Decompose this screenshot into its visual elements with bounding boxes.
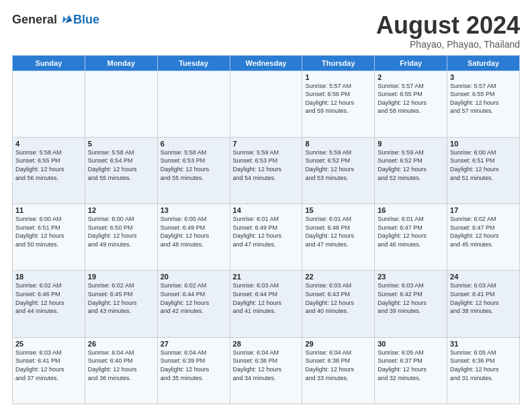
- day-number: 22: [305, 273, 371, 281]
- day-info: Sunrise: 5:59 AM Sunset: 6:52 PM Dayligh…: [378, 148, 444, 182]
- calendar-cell: 13Sunrise: 6:00 AM Sunset: 6:49 PM Dayli…: [157, 204, 230, 271]
- day-info: Sunrise: 6:00 AM Sunset: 6:51 PM Dayligh…: [450, 148, 517, 182]
- calendar-cell: 1Sunrise: 5:57 AM Sunset: 6:56 PM Daylig…: [302, 71, 375, 137]
- day-info: Sunrise: 6:04 AM Sunset: 6:38 PM Dayligh…: [233, 349, 300, 382]
- logo: General Blue: [12, 12, 99, 27]
- day-info: Sunrise: 6:01 AM Sunset: 6:48 PM Dayligh…: [305, 215, 371, 248]
- calendar-cell: [230, 71, 302, 137]
- day-number: 29: [305, 340, 371, 348]
- day-info: Sunrise: 5:58 AM Sunset: 6:53 PM Dayligh…: [161, 148, 227, 182]
- day-number: 5: [88, 140, 154, 148]
- calendar-cell: 19Sunrise: 6:02 AM Sunset: 6:45 PM Dayli…: [85, 271, 157, 337]
- calendar-week-row: 1Sunrise: 5:57 AM Sunset: 6:56 PM Daylig…: [13, 71, 520, 137]
- day-info: Sunrise: 5:57 AM Sunset: 6:55 PM Dayligh…: [450, 82, 517, 116]
- calendar-cell: 24Sunrise: 6:03 AM Sunset: 6:41 PM Dayli…: [447, 271, 520, 337]
- calendar-cell: 17Sunrise: 6:02 AM Sunset: 6:47 PM Dayli…: [447, 204, 520, 271]
- day-number: 27: [161, 340, 227, 348]
- day-header-sunday: Sunday: [13, 55, 85, 71]
- calendar-cell: 4Sunrise: 5:58 AM Sunset: 6:55 PM Daylig…: [13, 137, 85, 203]
- day-info: Sunrise: 6:03 AM Sunset: 6:43 PM Dayligh…: [305, 281, 371, 315]
- calendar-cell: [157, 71, 230, 137]
- logo-blue: Blue: [73, 13, 99, 27]
- calendar-cell: 29Sunrise: 6:04 AM Sunset: 6:38 PM Dayli…: [302, 337, 375, 404]
- day-info: Sunrise: 6:00 AM Sunset: 6:49 PM Dayligh…: [161, 215, 227, 248]
- calendar-cell: 3Sunrise: 5:57 AM Sunset: 6:55 PM Daylig…: [447, 71, 520, 137]
- day-info: Sunrise: 6:04 AM Sunset: 6:39 PM Dayligh…: [161, 349, 227, 382]
- day-info: Sunrise: 6:02 AM Sunset: 6:44 PM Dayligh…: [161, 281, 227, 315]
- calendar-cell: 9Sunrise: 5:59 AM Sunset: 6:52 PM Daylig…: [375, 137, 447, 203]
- calendar-cell: 11Sunrise: 6:00 AM Sunset: 6:51 PM Dayli…: [13, 204, 85, 271]
- calendar-cell: 28Sunrise: 6:04 AM Sunset: 6:38 PM Dayli…: [230, 337, 302, 404]
- day-number: 25: [15, 340, 82, 348]
- day-info: Sunrise: 6:03 AM Sunset: 6:41 PM Dayligh…: [15, 349, 82, 382]
- calendar-cell: 20Sunrise: 6:02 AM Sunset: 6:44 PM Dayli…: [157, 271, 230, 337]
- day-info: Sunrise: 6:02 AM Sunset: 6:47 PM Dayligh…: [450, 215, 517, 248]
- page: General Blue August 2024 Phayao, Phayao,…: [0, 0, 532, 411]
- day-header-wednesday: Wednesday: [230, 55, 302, 71]
- calendar-cell: 21Sunrise: 6:03 AM Sunset: 6:44 PM Dayli…: [230, 271, 302, 337]
- calendar-week-row: 25Sunrise: 6:03 AM Sunset: 6:41 PM Dayli…: [13, 337, 520, 404]
- calendar-week-row: 4Sunrise: 5:58 AM Sunset: 6:55 PM Daylig…: [13, 137, 520, 203]
- day-info: Sunrise: 6:05 AM Sunset: 6:37 PM Dayligh…: [378, 349, 444, 382]
- day-number: 17: [450, 206, 517, 214]
- day-number: 20: [161, 273, 227, 281]
- title-month: August 2024: [376, 12, 520, 39]
- day-info: Sunrise: 6:04 AM Sunset: 6:40 PM Dayligh…: [88, 349, 154, 382]
- title-block: August 2024 Phayao, Phayao, Thailand: [376, 12, 520, 50]
- logo-general: General: [12, 13, 57, 27]
- calendar-week-row: 11Sunrise: 6:00 AM Sunset: 6:51 PM Dayli…: [13, 204, 520, 271]
- logo-text: General Blue: [12, 12, 99, 27]
- day-number: 3: [450, 73, 517, 81]
- day-info: Sunrise: 6:03 AM Sunset: 6:41 PM Dayligh…: [450, 281, 517, 315]
- day-info: Sunrise: 6:04 AM Sunset: 6:38 PM Dayligh…: [305, 349, 371, 382]
- day-number: 11: [15, 206, 82, 214]
- day-number: 9: [378, 140, 444, 148]
- calendar-cell: 31Sunrise: 6:05 AM Sunset: 6:36 PM Dayli…: [447, 337, 520, 404]
- header: General Blue August 2024 Phayao, Phayao,…: [12, 12, 520, 50]
- day-info: Sunrise: 6:03 AM Sunset: 6:42 PM Dayligh…: [378, 281, 444, 315]
- day-info: Sunrise: 6:00 AM Sunset: 6:50 PM Dayligh…: [88, 215, 154, 248]
- day-info: Sunrise: 6:00 AM Sunset: 6:51 PM Dayligh…: [15, 215, 82, 248]
- day-number: 14: [233, 206, 300, 214]
- day-number: 28: [233, 340, 300, 348]
- day-number: 6: [161, 140, 227, 148]
- calendar-cell: 30Sunrise: 6:05 AM Sunset: 6:37 PM Dayli…: [375, 337, 447, 404]
- calendar-cell: 8Sunrise: 5:59 AM Sunset: 6:52 PM Daylig…: [302, 137, 375, 203]
- day-info: Sunrise: 5:59 AM Sunset: 6:53 PM Dayligh…: [233, 148, 300, 182]
- day-info: Sunrise: 6:01 AM Sunset: 6:47 PM Dayligh…: [378, 215, 444, 248]
- calendar-cell: 14Sunrise: 6:01 AM Sunset: 6:49 PM Dayli…: [230, 204, 302, 271]
- calendar-cell: [85, 71, 157, 137]
- logo-icon: [58, 12, 73, 27]
- day-number: 1: [305, 73, 371, 81]
- day-info: Sunrise: 6:03 AM Sunset: 6:44 PM Dayligh…: [233, 281, 300, 315]
- calendar-cell: 22Sunrise: 6:03 AM Sunset: 6:43 PM Dayli…: [302, 271, 375, 337]
- calendar-cell: 25Sunrise: 6:03 AM Sunset: 6:41 PM Dayli…: [13, 337, 85, 404]
- day-number: 24: [450, 273, 517, 281]
- day-info: Sunrise: 5:57 AM Sunset: 6:55 PM Dayligh…: [378, 82, 444, 116]
- calendar-cell: 6Sunrise: 5:58 AM Sunset: 6:53 PM Daylig…: [157, 137, 230, 203]
- calendar-cell: 5Sunrise: 5:58 AM Sunset: 6:54 PM Daylig…: [85, 137, 157, 203]
- calendar-cell: 15Sunrise: 6:01 AM Sunset: 6:48 PM Dayli…: [302, 204, 375, 271]
- day-number: 23: [378, 273, 444, 281]
- day-number: 10: [450, 140, 517, 148]
- day-info: Sunrise: 6:02 AM Sunset: 6:46 PM Dayligh…: [15, 281, 82, 315]
- calendar-cell: [13, 71, 85, 137]
- calendar-week-row: 18Sunrise: 6:02 AM Sunset: 6:46 PM Dayli…: [13, 271, 520, 337]
- calendar: SundayMondayTuesdayWednesdayThursdayFrid…: [12, 55, 520, 404]
- day-info: Sunrise: 5:59 AM Sunset: 6:52 PM Dayligh…: [305, 148, 371, 182]
- day-info: Sunrise: 5:58 AM Sunset: 6:54 PM Dayligh…: [88, 148, 154, 182]
- calendar-header-row: SundayMondayTuesdayWednesdayThursdayFrid…: [13, 55, 520, 71]
- day-info: Sunrise: 6:01 AM Sunset: 6:49 PM Dayligh…: [233, 215, 300, 248]
- day-info: Sunrise: 5:57 AM Sunset: 6:56 PM Dayligh…: [305, 82, 371, 116]
- day-info: Sunrise: 6:05 AM Sunset: 6:36 PM Dayligh…: [450, 349, 517, 382]
- day-number: 8: [305, 140, 371, 148]
- day-header-tuesday: Tuesday: [157, 55, 230, 71]
- day-number: 4: [15, 140, 82, 148]
- day-number: 19: [88, 273, 154, 281]
- day-number: 26: [88, 340, 154, 348]
- day-info: Sunrise: 6:02 AM Sunset: 6:45 PM Dayligh…: [88, 281, 154, 315]
- day-header-friday: Friday: [375, 55, 447, 71]
- day-number: 18: [15, 273, 82, 281]
- day-number: 2: [378, 73, 444, 81]
- calendar-cell: 23Sunrise: 6:03 AM Sunset: 6:42 PM Dayli…: [375, 271, 447, 337]
